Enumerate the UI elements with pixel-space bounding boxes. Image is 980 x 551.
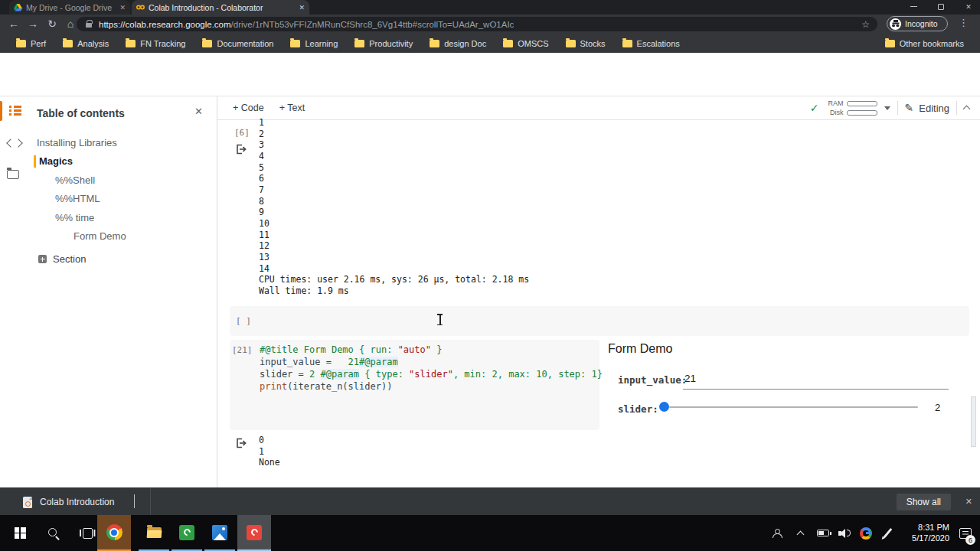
taskbar-explorer-button[interactable] — [139, 515, 169, 551]
editing-mode-button[interactable]: Editing — [905, 102, 949, 114]
search-button[interactable] — [38, 515, 69, 551]
execution-count: [21] — [232, 345, 253, 355]
code-line: input_value = 21#@param — [260, 357, 603, 369]
recorder-icon — [247, 525, 262, 540]
bookmark-item[interactable]: Productivity — [346, 34, 421, 53]
reload-button[interactable] — [44, 16, 60, 31]
toc-item[interactable]: %%Shell — [0, 171, 211, 190]
start-button[interactable] — [5, 515, 35, 551]
tab-my-drive[interactable]: My Drive - Google Drive — [9, 0, 130, 15]
bookmark-item[interactable]: design Doc — [421, 34, 495, 53]
home-button[interactable] — [63, 16, 78, 31]
sidebar: Table of contents Installing LibrariesMa… — [0, 96, 217, 487]
people-icon — [772, 529, 783, 538]
toc-panel-title: Table of contents — [37, 107, 125, 119]
tab-close-icon[interactable] — [299, 4, 305, 11]
folder-icon — [202, 40, 212, 47]
toc-item[interactable]: Installing Libraries — [0, 133, 211, 152]
back-button[interactable] — [6, 16, 21, 31]
windows-ink-button[interactable] — [876, 515, 899, 551]
notebook-content: + Code + Text RAM Disk Editing [6] — [217, 96, 980, 487]
slider-track[interactable] — [669, 406, 918, 409]
resource-gauges[interactable]: RAM Disk — [826, 99, 877, 116]
other-bookmarks-button[interactable]: Other bookmarks — [877, 34, 972, 53]
browser-tab-strip: My Drive - Google Drive Colab Introducti… — [0, 0, 980, 15]
bookmark-item[interactable]: Stocks — [557, 34, 614, 53]
form-slider-label: slider: — [618, 403, 658, 415]
downloads-bar-close-icon[interactable] — [965, 497, 972, 507]
taskbar-chrome-button[interactable] — [97, 515, 131, 551]
show-all-downloads-button[interactable]: Show all — [897, 494, 951, 510]
secure-lock-icon — [86, 23, 92, 28]
table-of-contents-icon[interactable] — [9, 106, 21, 116]
folder-icon — [16, 40, 26, 47]
omnibox-url-field[interactable]: https://colab.research.google.com/drive/… — [77, 17, 877, 31]
folder-icon — [290, 40, 300, 47]
window-restore-button[interactable] — [929, 0, 952, 13]
window-minimize-button[interactable] — [902, 0, 925, 13]
toc-close-icon[interactable] — [194, 106, 203, 117]
toc-item[interactable]: %% time — [0, 208, 211, 227]
url-text: https://colab.research.google.com/drive/… — [99, 20, 514, 29]
taskbar-recorder-button[interactable] — [237, 515, 271, 551]
ram-gauge — [847, 101, 877, 106]
download-item-menu[interactable] — [134, 495, 135, 509]
google-logo-icon — [860, 527, 872, 540]
bookmark-item[interactable]: Analysis — [54, 34, 117, 53]
add-code-button[interactable]: + Code — [233, 103, 264, 113]
resources-dropdown-icon[interactable] — [884, 106, 890, 110]
window-close-button[interactable] — [957, 0, 980, 13]
bookmark-star-icon[interactable] — [861, 19, 870, 30]
camtasia-icon — [179, 525, 194, 540]
downloads-bar: Colab Introduction Show all — [0, 487, 980, 515]
incognito-icon — [890, 18, 901, 30]
toc-item[interactable]: Magics — [0, 152, 211, 171]
toc-add-section-button[interactable]: Section — [38, 253, 86, 265]
volume-tray-button[interactable] — [833, 515, 856, 551]
divider — [150, 488, 151, 516]
google-tray-button[interactable] — [854, 515, 877, 551]
form-input-field[interactable]: 21 — [684, 373, 696, 384]
speaker-icon — [838, 528, 851, 539]
tray-overflow-button[interactable] — [789, 515, 812, 551]
connected-check-icon — [810, 102, 819, 114]
toc-item[interactable]: Form Demo — [0, 227, 211, 246]
bookmark-item[interactable]: FN Tracking — [117, 34, 194, 53]
bookmark-item[interactable]: Escalations — [614, 34, 688, 53]
download-item[interactable]: Colab Introduction — [23, 488, 135, 516]
browser-menu-button[interactable] — [959, 17, 969, 28]
taskbar-photos-button[interactable] — [204, 515, 235, 551]
screen: My Drive - Google Drive Colab Introducti… — [0, 0, 980, 551]
bookmark-item[interactable]: OMSCS — [495, 34, 557, 53]
people-tray-button[interactable] — [766, 515, 789, 551]
battery-tray-button[interactable] — [812, 515, 835, 551]
divider — [956, 101, 957, 115]
cell-output-text: 0 1 None — [259, 435, 280, 468]
bookmark-item[interactable]: Perf — [8, 34, 54, 53]
taskbar-clock[interactable]: 8:31 PM5/17/2020 — [899, 522, 949, 543]
forward-button[interactable] — [25, 16, 41, 31]
tab-close-icon[interactable] — [119, 4, 126, 11]
new-tab-button[interactable] — [315, 2, 328, 14]
code-line: slider = 2 #@param { type: "slider", min… — [260, 369, 603, 381]
task-view-icon — [80, 528, 95, 539]
tab-title: My Drive - Google Drive — [26, 3, 116, 12]
action-center-button[interactable]: 6 — [954, 515, 977, 551]
bookmark-item[interactable]: Documentation — [194, 34, 282, 53]
file-explorer-icon — [147, 527, 162, 538]
add-text-button[interactable]: + Text — [279, 103, 305, 113]
empty-code-cell[interactable]: [ ] — [230, 306, 969, 336]
toc-item[interactable]: %%HTML — [0, 190, 211, 209]
taskbar-camtasia-button[interactable] — [172, 515, 202, 551]
folder-icon — [885, 40, 895, 47]
windows-taskbar: 8:31 PM5/17/2020 6 — [0, 515, 980, 551]
tab-colab-introduction[interactable]: Colab Introduction - Colaborator — [132, 0, 309, 15]
output-icon — [236, 144, 247, 155]
bookmark-item[interactable]: Learning — [282, 34, 346, 53]
scrollbar-thumb[interactable] — [971, 396, 976, 447]
code-editor[interactable]: #@title Form Demo { run: "auto" }input_v… — [260, 344, 603, 393]
incognito-badge: Incognito — [887, 16, 948, 31]
collapse-toolbar-icon[interactable] — [963, 106, 971, 113]
photos-icon — [212, 525, 227, 540]
slider-thumb[interactable] — [659, 402, 669, 412]
